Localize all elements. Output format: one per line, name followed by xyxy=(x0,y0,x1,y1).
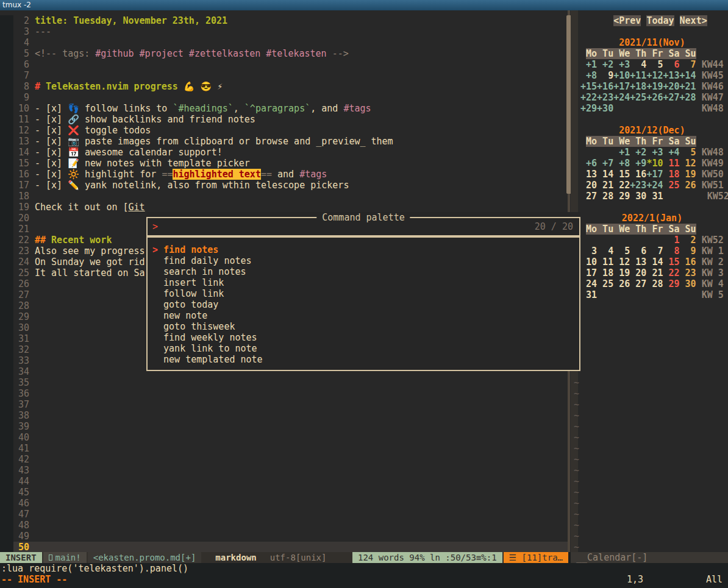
calendar-day-cell[interactable]: +1 xyxy=(580,59,597,70)
calendar-day-cell[interactable]: +7 xyxy=(597,158,613,169)
calendar-day-cell[interactable]: +1 xyxy=(613,147,630,158)
calendar-day-cell[interactable]: 5 xyxy=(680,147,696,158)
calendar-day-cell[interactable]: 27 xyxy=(580,191,597,202)
calendar-day-cell[interactable]: 6 xyxy=(630,246,646,257)
editor-line[interactable]: 36 xyxy=(0,388,568,399)
editor-line[interactable]: 18 xyxy=(0,191,568,202)
editor-line[interactable]: 49 xyxy=(0,531,568,542)
editor-line[interactable]: 40 xyxy=(0,432,568,443)
editor-line[interactable]: 7 xyxy=(0,70,568,81)
calendar-day-cell[interactable]: 12 xyxy=(680,158,696,169)
next-button[interactable]: Next> xyxy=(680,15,707,26)
editor-line[interactable]: 8# Telekasten.nvim progress 💪 😎 ⚡ xyxy=(0,81,568,92)
calendar-day-cell[interactable]: +3 xyxy=(613,59,630,70)
calendar-day-cell[interactable]: +25 xyxy=(630,92,646,103)
calendar-day-cell[interactable] xyxy=(680,191,696,202)
calendar-day-cell[interactable]: 21 xyxy=(646,267,663,278)
editor-line[interactable]: 3--- xyxy=(0,26,568,37)
calendar-day-cell[interactable]: +24 xyxy=(646,180,663,191)
calendar-day-cell[interactable] xyxy=(613,235,630,246)
calendar-day-cell[interactable]: +21 xyxy=(680,81,696,92)
calendar-day-cell[interactable]: 30 xyxy=(680,278,696,289)
editor-line[interactable]: 11- [x] 🔗 show backlinks and friend note… xyxy=(0,114,568,125)
editor-line[interactable]: 10- [x] 👣 follow links to `#headings`, `… xyxy=(0,103,568,114)
calendar-day-cell[interactable]: 4 xyxy=(630,59,646,70)
calendar-day-cell[interactable] xyxy=(646,289,663,300)
calendar-day-cell[interactable]: 26 xyxy=(613,278,630,289)
palette-item[interactable]: follow link xyxy=(148,288,579,299)
calendar-day-cell[interactable]: +11 xyxy=(630,70,646,81)
calendar-day-cell[interactable]: 22 xyxy=(663,267,679,278)
command-line[interactable]: :lua require('telekasten').panel() xyxy=(0,563,728,574)
calendar-day-cell[interactable]: 25 xyxy=(663,180,679,191)
calendar-day-cell[interactable]: *10 xyxy=(646,158,663,169)
calendar-day-cell[interactable]: 13 xyxy=(580,169,597,180)
calendar-day-cell[interactable]: 4 xyxy=(597,246,613,257)
editor-line[interactable]: 37 xyxy=(0,399,568,410)
calendar-day-cell[interactable]: 6 xyxy=(663,59,679,70)
calendar-day-cell[interactable]: 28 xyxy=(646,278,663,289)
calendar-day-cell[interactable]: 30 xyxy=(630,191,646,202)
calendar-day-cell[interactable]: +30 xyxy=(597,103,613,114)
calendar-day-cell[interactable]: +15 xyxy=(580,81,597,92)
palette-item[interactable]: yank link to note xyxy=(148,343,579,354)
calendar-day-cell[interactable]: 23 xyxy=(680,267,696,278)
calendar-day-cell[interactable]: +26 xyxy=(646,92,663,103)
editor-line[interactable]: 44 xyxy=(0,476,568,487)
calendar-day-cell[interactable] xyxy=(646,235,663,246)
calendar-day-cell[interactable]: 29 xyxy=(613,191,630,202)
calendar-day-cell[interactable]: 9 xyxy=(597,70,613,81)
calendar-day-cell[interactable]: 1 xyxy=(663,235,679,246)
calendar-day-cell[interactable] xyxy=(580,235,597,246)
calendar-day-cell[interactable]: +23 xyxy=(630,180,646,191)
palette-item[interactable]: find weekly notes xyxy=(148,332,579,343)
calendar-day-cell[interactable]: 7 xyxy=(646,246,663,257)
calendar-day-cell[interactable]: +12 xyxy=(646,70,663,81)
calendar-day-cell[interactable]: 18 xyxy=(663,169,679,180)
calendar-day-cell[interactable]: 24 xyxy=(580,278,597,289)
calendar-day-cell[interactable]: +8 xyxy=(613,158,630,169)
editor-line[interactable]: 50 xyxy=(0,542,568,552)
editor-line[interactable]: 48 xyxy=(0,520,568,531)
calendar-day-cell[interactable]: 31 xyxy=(580,289,597,300)
calendar-day-cell[interactable]: +22 xyxy=(580,92,597,103)
calendar-day-cell[interactable]: 5 xyxy=(646,59,663,70)
calendar-day-cell[interactable]: +2 xyxy=(597,59,613,70)
editor-line[interactable]: 16- [x] 🔆 highlight for ==highlighted te… xyxy=(0,169,568,180)
calendar-day-cell[interactable]: +4 xyxy=(663,147,679,158)
editor-line[interactable]: 17- [x] ✏️ yank notelink, also from wthi… xyxy=(0,180,568,191)
calendar-day-cell[interactable]: 5 xyxy=(613,246,630,257)
calendar-day-cell[interactable]: 15 xyxy=(663,257,679,267)
calendar-day-cell[interactable]: +28 xyxy=(680,92,696,103)
calendar-day-cell[interactable]: 12 xyxy=(613,257,630,267)
calendar-day-cell[interactable]: +14 xyxy=(680,70,696,81)
calendar-window[interactable]: <Prev Today Next> 2021/11(Nov) Mo Tu We … xyxy=(571,10,728,552)
palette-item[interactable]: find daily notes xyxy=(148,255,579,266)
calendar-day-cell[interactable]: 28 xyxy=(597,191,613,202)
editor-line[interactable]: 41 xyxy=(0,443,568,454)
editor-line[interactable]: 39 xyxy=(0,421,568,432)
editor-line[interactable]: 2title: Tuesday, November 23th, 2021 xyxy=(0,15,568,26)
editor-line[interactable]: 12- [x] ❌ toggle todos xyxy=(0,125,568,136)
calendar-day-cell[interactable]: +20 xyxy=(663,81,679,92)
calendar-day-cell[interactable] xyxy=(630,103,646,114)
calendar-day-cell[interactable] xyxy=(580,147,597,158)
calendar-day-cell[interactable]: 20 xyxy=(580,180,597,191)
calendar-day-cell[interactable]: +23 xyxy=(597,92,613,103)
calendar-day-cell[interactable] xyxy=(680,289,696,300)
editor-line[interactable]: 19Check it out on [Git xyxy=(0,202,568,213)
calendar-day-cell[interactable]: +2 xyxy=(630,147,646,158)
editor-line[interactable]: 15- [x] 📝 new notes with template picker xyxy=(0,158,568,169)
palette-item[interactable]: insert link xyxy=(148,277,579,288)
calendar-day-cell[interactable]: +17 xyxy=(646,169,663,180)
prev-button[interactable]: <Prev xyxy=(613,15,641,26)
calendar-day-cell[interactable]: 19 xyxy=(680,169,696,180)
calendar-day-cell[interactable]: +8 xyxy=(580,70,597,81)
calendar-day-cell[interactable]: 2 xyxy=(680,235,696,246)
calendar-day-cell[interactable]: 11 xyxy=(663,158,679,169)
calendar-day-cell[interactable]: 11 xyxy=(597,257,613,267)
palette-item[interactable]: > find notes xyxy=(148,244,579,255)
editor-line[interactable]: 46 xyxy=(0,498,568,509)
calendar-day-cell[interactable] xyxy=(663,289,679,300)
calendar-day-cell[interactable]: 29 xyxy=(663,278,679,289)
